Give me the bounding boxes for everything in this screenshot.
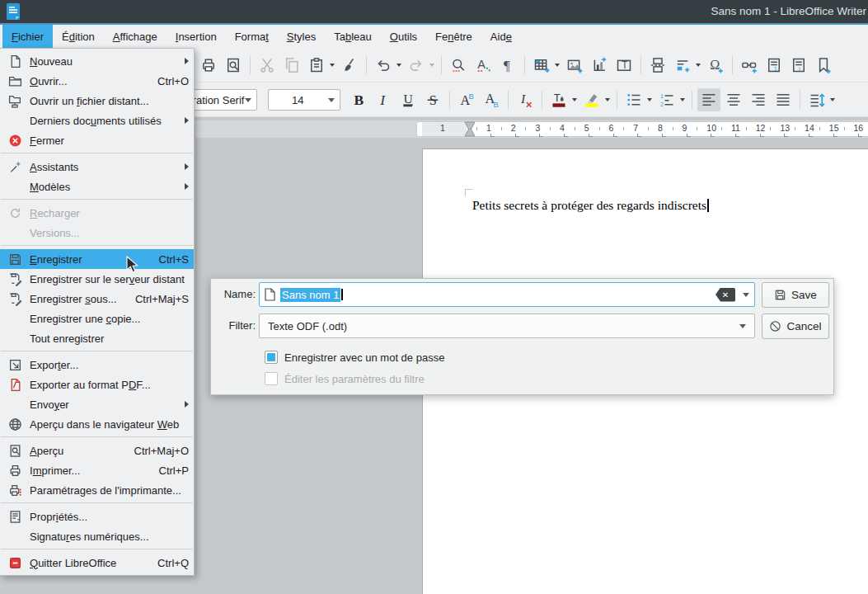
insert-textbox-button[interactable]: T (612, 54, 636, 77)
numbered-list-button[interactable]: 12 (655, 88, 678, 111)
font-color-dropdown-icon[interactable] (572, 98, 577, 101)
cancel-button[interactable]: Cancel (762, 314, 829, 339)
align-right-button[interactable] (747, 88, 770, 111)
filename-input[interactable]: Sans nom 1 ✕ (259, 282, 755, 307)
insert-field-dropdown-icon[interactable] (696, 64, 701, 67)
insert-table-button[interactable] (530, 54, 553, 77)
chevron-down-icon[interactable] (739, 324, 746, 328)
menu-item-derniers-documents-utilis-s[interactable]: Derniers documents utilisés (0, 111, 194, 130)
superscript-button[interactable]: AB (455, 88, 478, 111)
align-left-button[interactable] (697, 88, 720, 111)
chevron-down-icon[interactable] (743, 293, 749, 297)
menu-item-ouvrir[interactable]: Ouvrir... Ctrl+O (0, 71, 194, 91)
print-button[interactable] (197, 54, 220, 77)
menubar-item-outils[interactable]: Outils (381, 25, 426, 48)
undo-dropdown-icon[interactable] (396, 64, 401, 67)
save-button[interactable]: Save (762, 282, 829, 308)
redo-button[interactable] (405, 54, 428, 77)
paste-button[interactable] (305, 54, 328, 77)
clear-formatting-button[interactable]: I (514, 88, 537, 111)
italic-button[interactable]: I (372, 88, 395, 111)
filter-dropdown[interactable]: Texte ODF (.odt) (259, 314, 755, 338)
menu-item-aper-u-dans-le-navigateur-web[interactable]: Aperçu dans le navigateur Web (0, 414, 194, 434)
font-color-button[interactable]: T (547, 88, 570, 111)
menu-item-quitter-libreoffice[interactable]: Quitter LibreOffice Ctrl+Q (0, 553, 194, 573)
undo-button[interactable] (372, 54, 395, 77)
insert-chart-button[interactable] (588, 54, 611, 77)
pdf-icon (8, 378, 22, 392)
menubar-item-styles[interactable]: Styles (278, 25, 325, 48)
line-spacing-button[interactable] (805, 88, 828, 111)
page-break-button[interactable] (646, 54, 669, 77)
align-center-button[interactable] (722, 88, 745, 111)
menu-separator (1, 549, 193, 549)
menu-item-signatures-num-riques[interactable]: Signatures numériques... (0, 526, 194, 546)
menu-item-aper-u[interactable]: Aperçu Ctrl+Maj+O (0, 441, 194, 460)
insert-image-button[interactable] (563, 54, 586, 77)
find-replace-button[interactable] (447, 54, 470, 77)
clone-formatting-button[interactable] (338, 54, 361, 77)
insert-footnote-button[interactable]: 1 (762, 54, 786, 77)
menu-item-enregistrer-une-copie[interactable]: Enregistrer une copie... (0, 309, 194, 328)
copy-button[interactable] (280, 54, 303, 77)
insert-table-dropdown-icon[interactable] (555, 64, 560, 67)
indent-marker[interactable] (464, 121, 476, 137)
highlight-color-button[interactable] (580, 88, 603, 111)
document-text[interactable]: Petits secrets à protéger des regards in… (472, 198, 709, 213)
clear-input-icon[interactable]: ✕ (716, 288, 735, 302)
menu-item-propri-t-s[interactable]: Propriétés... (0, 507, 194, 526)
redo-dropdown-icon[interactable] (429, 64, 434, 67)
horizontal-ruler[interactable]: 1 12345678910111213141516 (195, 120, 868, 138)
menubar-item-tableau[interactable]: Tableau (325, 25, 381, 48)
subscript-button[interactable]: AB (480, 88, 503, 111)
print-preview-button[interactable] (222, 54, 245, 77)
menu-item-enregistrer-sous[interactable]: Enregistrer sous... Ctrl+Maj+S (0, 289, 194, 309)
menu-item-ouvrir-un-fichier-distant[interactable]: Ouvrir un fichier distant... (0, 91, 194, 111)
insert-hyperlink-button[interactable] (738, 54, 761, 77)
menu-item-imprimer[interactable]: Imprimer... Ctrl+P (0, 460, 194, 480)
menubar-item-édition[interactable]: Édition (53, 25, 104, 48)
special-character-button[interactable]: Ω (704, 54, 727, 77)
chevron-down-icon[interactable] (245, 98, 251, 102)
highlight-color-dropdown-icon[interactable] (605, 98, 610, 101)
cut-button[interactable] (256, 54, 279, 77)
insert-endnote-button[interactable]: i (787, 54, 810, 77)
menu-item-versions[interactable]: Versions... (0, 223, 194, 243)
menu-item-enregistrer-sur-le-serveur-distant[interactable]: Enregistrer sur le serveur distant (0, 269, 194, 289)
strikethrough-button[interactable]: S (421, 88, 444, 111)
menu-item-recharger[interactable]: Recharger (0, 203, 194, 223)
menubar-item-affichage[interactable]: Affichage (104, 25, 167, 48)
paste-dropdown-icon[interactable] (330, 64, 335, 67)
menubar-item-fichier[interactable]: Fichier (2, 25, 53, 48)
insert-bookmark-button[interactable] (812, 54, 835, 77)
menu-item-mod-les[interactable]: Modèles (0, 177, 194, 196)
menu-item-envoyer[interactable]: Envoyer (0, 394, 194, 414)
numbered-list-dropdown-icon[interactable] (680, 98, 685, 101)
menu-item-label: Versions... (30, 227, 80, 239)
toolbar-separator (524, 56, 525, 74)
menubar-item-fenêtre[interactable]: Fenêtre (426, 25, 481, 48)
menubar-item-aide[interactable]: Aide (481, 25, 521, 48)
justify-button[interactable] (772, 88, 795, 111)
menubar-item-insertion[interactable]: Insertion (167, 25, 226, 48)
menu-item-exporter-au-format-pdf[interactable]: Exporter au format PDF... (0, 375, 194, 394)
spelling-button[interactable]: A (472, 54, 495, 77)
bold-button[interactable]: B (347, 88, 370, 111)
formatting-marks-button[interactable]: ¶ (496, 54, 519, 77)
menu-item-fermer[interactable]: Fermer (0, 130, 194, 150)
underline-button[interactable]: U (396, 88, 420, 111)
menu-item-nouveau[interactable]: Nouveau (0, 51, 194, 71)
insert-field-button[interactable] (671, 54, 694, 77)
font-size-combo[interactable]: 14 (268, 89, 340, 111)
bullet-list-button[interactable] (622, 88, 645, 111)
checkbox-checked[interactable] (265, 351, 278, 364)
line-spacing-dropdown-icon[interactable] (830, 98, 835, 101)
menu-item-exporter[interactable]: Exporter... (0, 355, 194, 375)
menubar-item-format[interactable]: Format (226, 25, 278, 48)
menu-item-param-trages-de-l-imprimante[interactable]: Paramétrages de l'imprimante... (0, 480, 194, 500)
chevron-down-icon[interactable] (328, 98, 335, 102)
menu-item-tout-enregistrer[interactable]: Tout enregistrer (0, 328, 194, 348)
bullet-list-dropdown-icon[interactable] (647, 98, 652, 101)
menu-item-assistants[interactable]: Assistants (0, 157, 194, 177)
menu-item-enregistrer[interactable]: Enregistrer Ctrl+S (0, 249, 194, 269)
